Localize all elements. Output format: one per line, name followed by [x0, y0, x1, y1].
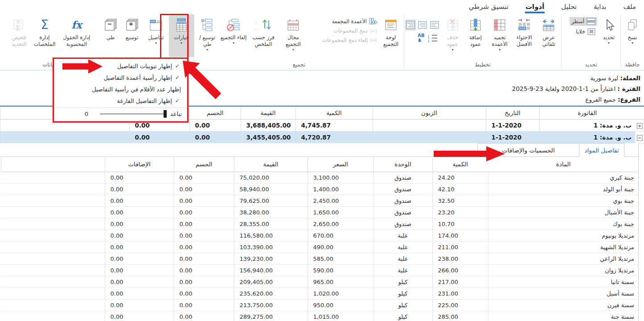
cell-unit: علبة	[373, 230, 432, 241]
tab-conditional-format[interactable]: تنسيق شرطي	[469, 3, 509, 12]
numbered-list-icon[interactable]: 123	[428, 33, 438, 44]
table-row[interactable]: مرتديلا زوان266.00علبة590.00156,940.000.…	[1, 264, 639, 276]
align-option-1-button[interactable]	[429, 20, 440, 30]
table-row[interactable]: مرتديلا يونيوم174.00علبة670.00116,580.00…	[1, 230, 639, 241]
table-row[interactable]: سمنة تانيا217.00كيلو965.00209,405.000.00…	[1, 276, 639, 288]
cell-extras: 0.00	[105, 264, 174, 276]
grouped-columns-button[interactable]: الأعمدة المجمعة	[308, 18, 378, 25]
rows-icon	[587, 18, 595, 25]
add-column-button[interactable]: إضافة عمود	[464, 14, 487, 48]
cell-qty: 217.00	[432, 276, 488, 288]
cells-mode-button[interactable]: خلايا	[570, 27, 597, 36]
copy-button[interactable]: نسخ ▾	[622, 14, 643, 45]
menu-item-show-empty-details[interactable]: ✓ إظهار التفاصيل الفارغة	[54, 95, 187, 107]
dropdown-arrow-icon: ▾	[155, 41, 157, 45]
detail-table-body: جبنة كيري24.20صندوق3,100.0075,020.000.00…	[1, 172, 639, 321]
freeze-columns-button[interactable]: تجميد الأعمدة ▾	[488, 14, 512, 52]
dropdown-arrow-icon: ▾	[206, 48, 208, 52]
ribbon-group-grouping: لوحة التجميع الأعمدة المجمعة دمج المجموع…	[194, 13, 404, 70]
rows-mode-button[interactable]: أسطر	[570, 17, 597, 26]
tab-analysis[interactable]: تحليل	[561, 3, 577, 12]
cell-price: 950.00	[308, 299, 373, 311]
copy-icon	[626, 16, 639, 34]
table-row[interactable]: جبنة الأشبال23.20صندوق1,650.0038,280.000…	[1, 206, 639, 218]
cell-discount: 0.00	[174, 253, 234, 264]
sort-by-summary-button[interactable]: Σ فرز حسب الملخص	[247, 14, 279, 48]
expand-collapse-button[interactable]: توسيع / طي ▾	[194, 14, 220, 52]
best-fit-button[interactable]: الاحتواء الأفضل	[512, 14, 537, 48]
cell-qty: 32.50	[432, 195, 488, 206]
align-option-2-button[interactable]	[417, 20, 428, 30]
cell-customer	[373, 119, 486, 131]
grouping-field-button[interactable]: مجال التجميع ▾	[279, 14, 307, 52]
col-extras[interactable]: الإضافات	[105, 157, 174, 172]
tab-material-details[interactable]: تفاصيل المواد	[579, 143, 624, 157]
cell-qty: 4,745.87	[295, 119, 373, 131]
grouping-panel-icon	[384, 16, 398, 34]
select-button[interactable]: تحديد ▾	[597, 14, 620, 45]
table-row[interactable]: مرتديلا الراعي238.00علبة585.00139,230.00…	[1, 253, 639, 264]
table-row[interactable]: جبنة كيري24.20صندوق3,100.0075,020.000.00…	[1, 172, 639, 183]
cell-qty: 225.00	[432, 299, 488, 311]
align-option-3-button[interactable]	[405, 20, 416, 30]
table-row[interactable]: سمنة أسيل231.00كيلو1,020.00235,620.000.0…	[1, 288, 639, 299]
auto-width-button[interactable]: عرض تلقائي	[537, 14, 561, 48]
manage-calculated-fields-button[interactable]: fx إدارة الحقول المحسوبة	[58, 14, 95, 48]
cell-value: 3,455,405.00	[241, 131, 295, 143]
cell-filler	[1, 172, 105, 183]
collapse-cell[interactable]: −	[635, 131, 644, 143]
cell-extras: 0.00	[105, 276, 174, 288]
cell-value: 289,275.00	[234, 311, 308, 321]
col-discount[interactable]: الحسم	[174, 157, 234, 172]
col-value[interactable]: القيمة	[241, 107, 295, 119]
col-price[interactable]: السعر	[308, 157, 373, 172]
spacing-slider[interactable]	[100, 113, 166, 115]
cell-value: 103,390.00	[234, 241, 308, 253]
dropdown-arrow-icon: ▾	[632, 41, 633, 45]
cell-discount: 0.00	[174, 299, 234, 311]
manage-summaries-button[interactable]: Σ إدارة الملخصات	[31, 14, 58, 48]
cell-unit: كيلو	[373, 311, 432, 321]
slider-handle[interactable]	[164, 110, 167, 118]
table-row[interactable]: جبنة بوي32.50صندوق2,450.0079,625.000.000…	[1, 195, 639, 206]
collapse-button[interactable]: طي	[100, 14, 121, 41]
table-row[interactable]: جبنة بوك10.70صندوق2,650.0028,355.000.000…	[1, 218, 639, 230]
table-row[interactable]: سمنة جنة285.00كيلو1,015.00289,275.000.00…	[1, 311, 639, 321]
tab-home[interactable]: بداية	[594, 3, 606, 12]
cell-price: 1,020.00	[308, 288, 373, 299]
cell-extras: 0.00	[105, 206, 174, 218]
add-column-icon	[469, 16, 482, 34]
col-customer[interactable]: الزبون	[373, 107, 486, 119]
table-row[interactable]: سمنة فيرن225.00كيلو950.00213,750.000.000…	[1, 299, 639, 311]
summarize-selection-button: Σ تلخيص التحديد	[8, 14, 31, 48]
table-row-selected[interactable]: − ب. و. مدة: 1 1-1-2020 4,720.87 3,455,4…	[0, 131, 644, 143]
col-invoice[interactable]: الفاتورة	[539, 107, 635, 119]
cell-filler	[1, 264, 105, 276]
cell-material: جبنة بوك	[488, 218, 639, 230]
delete-column-button: حذف عمود ▾	[441, 14, 464, 52]
tab-tools[interactable]: أدوات	[525, 3, 544, 12]
table-row[interactable]: مرتديلا الشهية211.00علبة490.00103,390.00…	[1, 241, 639, 253]
col-qty[interactable]: الكمية	[295, 107, 373, 119]
tab-file[interactable]: ملف	[623, 3, 636, 12]
cell-material: مرتديلا الراعي	[488, 253, 639, 264]
detail-header-row: المادة الكمية الوحدة السعر القيمة الحسم …	[1, 157, 639, 172]
sort-ab-icon[interactable]: AB A	[418, 33, 425, 44]
expand-button[interactable]: توسيع	[121, 14, 143, 41]
table-row[interactable]: جبنة أبو الولد42.10صندوق1,400.0058,940.0…	[1, 183, 639, 195]
cell-unit: صندوق	[373, 195, 432, 206]
col-unit[interactable]: الوحدة	[373, 157, 432, 172]
grouping-panel-button[interactable]: لوحة التجميع	[378, 14, 404, 48]
expand-plus-icon: +	[637, 123, 643, 129]
cell-extras: 0.00	[105, 230, 174, 241]
cell-filler	[1, 276, 105, 288]
col-value[interactable]: القيمة	[234, 157, 308, 172]
col-date[interactable]: التاريخ	[486, 107, 539, 119]
cell-value: 28,355.00	[234, 218, 308, 230]
cancel-grouping-button[interactable]: إلغاء التجميع ▾	[220, 14, 247, 45]
menu-item-show-line-count[interactable]: إظهار عدد الأقلام في رأسية التفاصيل	[54, 83, 187, 95]
col-material[interactable]: المادة	[488, 157, 639, 172]
cell-unit: صندوق	[373, 183, 432, 195]
col-discount[interactable]: الحسم	[189, 107, 241, 119]
expand-cell[interactable]: +	[635, 119, 644, 131]
